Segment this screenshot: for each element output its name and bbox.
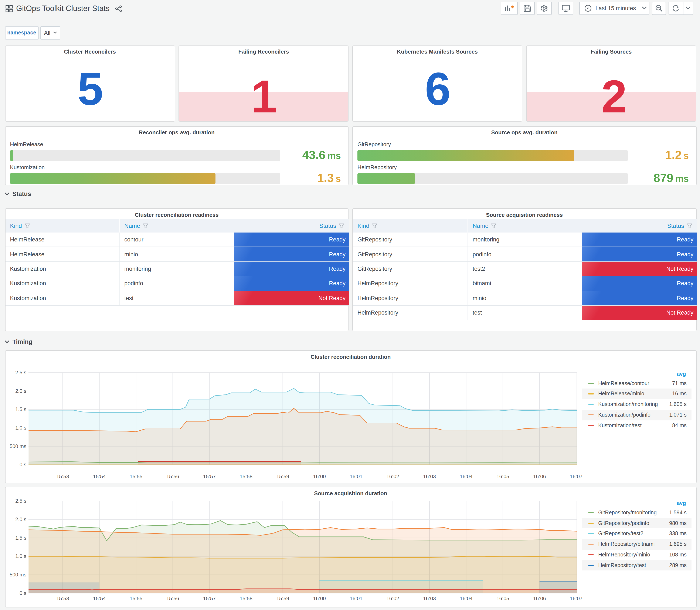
svg-text:15:55: 15:55	[129, 473, 142, 479]
svg-text:16:03: 16:03	[423, 473, 436, 479]
svg-text:15:58: 15:58	[240, 473, 252, 479]
svg-text:16:05: 16:05	[496, 596, 509, 601]
svg-text:16:04: 16:04	[460, 473, 472, 479]
svg-text:1.0 s: 1.0 s	[15, 553, 26, 559]
svg-text:15:58: 15:58	[240, 596, 252, 601]
svg-text:16:07: 16:07	[570, 473, 582, 479]
svg-text:15:59: 15:59	[276, 596, 289, 601]
svg-text:15:53: 15:53	[56, 473, 69, 479]
svg-text:16:06: 16:06	[533, 596, 546, 601]
svg-text:2.5 s: 2.5 s	[15, 498, 26, 504]
svg-text:15:54: 15:54	[93, 473, 105, 479]
svg-text:2.0 s: 2.0 s	[15, 516, 26, 522]
svg-text:16:04: 16:04	[460, 596, 472, 601]
svg-text:0 s: 0 s	[19, 590, 26, 596]
svg-text:15:56: 15:56	[166, 473, 179, 479]
svg-text:500 ms: 500 ms	[9, 443, 26, 449]
svg-text:16:02: 16:02	[386, 596, 399, 601]
svg-text:1.0 s: 1.0 s	[15, 425, 26, 431]
svg-text:16:05: 16:05	[496, 473, 509, 479]
svg-text:15:57: 15:57	[203, 596, 215, 601]
svg-text:500 ms: 500 ms	[9, 572, 26, 577]
svg-text:1.5 s: 1.5 s	[15, 406, 26, 412]
svg-text:15:59: 15:59	[276, 473, 289, 479]
svg-text:16:03: 16:03	[423, 596, 436, 601]
svg-text:16:07: 16:07	[570, 596, 582, 601]
svg-text:16:00: 16:00	[313, 473, 326, 479]
svg-text:16:01: 16:01	[349, 596, 362, 601]
svg-text:15:54: 15:54	[93, 596, 105, 601]
svg-text:2.5 s: 2.5 s	[15, 370, 26, 375]
svg-text:2.0 s: 2.0 s	[15, 388, 26, 394]
svg-text:15:53: 15:53	[56, 596, 69, 601]
svg-text:1.5 s: 1.5 s	[15, 535, 26, 541]
svg-text:15:56: 15:56	[166, 596, 179, 601]
svg-text:0 s: 0 s	[19, 462, 26, 467]
svg-text:16:06: 16:06	[533, 473, 546, 479]
svg-text:15:55: 15:55	[129, 596, 142, 601]
svg-text:16:00: 16:00	[313, 596, 326, 601]
svg-text:15:57: 15:57	[203, 473, 215, 479]
svg-text:16:01: 16:01	[349, 473, 362, 479]
svg-text:16:02: 16:02	[386, 473, 399, 479]
